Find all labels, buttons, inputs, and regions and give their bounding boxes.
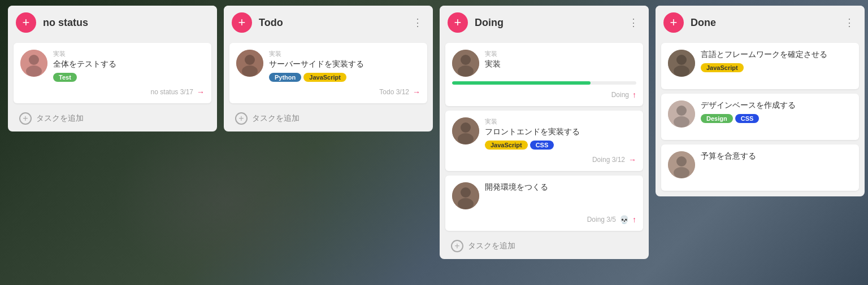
arrow-icon-card-2: → [413, 87, 420, 97]
add-task-label-no-status: タスクを追加 [36, 113, 84, 124]
card-footer-text-card-3: Doing [611, 91, 629, 99]
card-info-card-4: 実装フロントエンドを実装するJavaScriptCSS [485, 117, 636, 150]
avatar-card-1 [20, 50, 47, 77]
card-tags-card-1: Test [53, 73, 205, 82]
column-title-doing: Doing [475, 17, 626, 29]
tag-design: Design [701, 114, 733, 123]
add-column-button-todo[interactable]: + [232, 12, 252, 33]
column-title-done: Done [691, 17, 842, 29]
card-footer-card-3: Doing↑ [452, 90, 636, 99]
more-button-done[interactable]: ⋮ [842, 14, 857, 31]
column-done: +Done⋮ 言語とフレームワークを確定させるJavaScript デザインベー… [656, 6, 865, 196]
card-footer-text-card-5: Doing 3/5 [587, 216, 616, 223]
card-card-3[interactable]: 実装実装Doing↑ [445, 43, 643, 106]
more-button-todo[interactable]: ⋮ [410, 14, 425, 31]
tag-python: Python [269, 73, 301, 82]
column-body-no-status: 実装全体をテストするTestno status 3/17→+タスクを追加 [8, 40, 217, 131]
avatar-card-6 [668, 50, 695, 77]
tag-javascript: JavaScript [701, 63, 744, 72]
card-footer-text-card-4: Doing 3/12 [592, 156, 625, 164]
card-title-card-6: 言語とフレームワークを確定させる [701, 50, 852, 60]
column-body-doing: 実装実装Doing↑ 実装フロントエンドを実装するJavaScriptCSSDo… [440, 40, 649, 259]
svg-point-10 [461, 122, 471, 133]
svg-point-7 [461, 55, 471, 65]
column-title-todo: Todo [259, 17, 410, 29]
tag-css: CSS [530, 141, 554, 150]
svg-point-8 [458, 65, 474, 77]
svg-point-14 [458, 198, 474, 209]
skull-icon-card-5: 💀 [619, 215, 629, 224]
card-info-card-8: 予算を合意する [701, 151, 852, 165]
card-top-card-7: デザインベースを作成するDesignCSS [668, 100, 852, 128]
column-header-no-status: +no status [8, 6, 217, 40]
add-task-label-doing: タスクを追加 [468, 241, 515, 251]
card-category-card-1: 実装 [53, 50, 205, 58]
svg-point-1 [29, 55, 39, 65]
more-button-doing[interactable]: ⋮ [626, 14, 641, 31]
card-info-card-1: 実装全体をテストするTest [53, 50, 205, 82]
column-doing: +Doing⋮ 実装実装Doing↑ 実装フロントエンドを実装するJavaScr… [440, 6, 649, 259]
card-tags-card-7: DesignCSS [701, 114, 852, 123]
card-card-8[interactable]: 予算を合意する [661, 144, 859, 191]
card-footer-card-1: no status 3/17→ [20, 87, 205, 97]
card-footer-card-2: Todo 3/12→ [236, 87, 420, 97]
card-title-card-1: 全体をテストする [53, 59, 205, 69]
svg-point-2 [26, 65, 42, 77]
card-top-card-6: 言語とフレームワークを確定させるJavaScript [668, 50, 852, 77]
add-column-button-no-status[interactable]: + [16, 12, 36, 33]
progress-bar-container-card-3 [452, 81, 636, 85]
column-body-done: 言語とフレームワークを確定させるJavaScript デザインベースを作成するD… [656, 40, 865, 196]
card-card-5[interactable]: 開発環境をつくるDoing 3/5💀↑ [445, 176, 643, 231]
card-footer-card-5: Doing 3/5💀↑ [452, 215, 636, 224]
card-title-card-8: 予算を合意する [701, 151, 852, 161]
card-tags-card-4: JavaScriptCSS [485, 141, 636, 150]
svg-point-13 [461, 187, 471, 198]
up-icon-card-5: ↑ [632, 215, 636, 224]
progress-bar-fill-card-3 [452, 81, 591, 85]
card-footer-card-4: Doing 3/12→ [452, 155, 636, 164]
add-task-no-status[interactable]: +タスクを追加 [14, 108, 211, 126]
column-header-todo: +Todo⋮ [224, 6, 433, 40]
card-title-card-5: 開発環境をつくる [485, 182, 636, 192]
arrow-icon-card-4: → [628, 155, 636, 164]
column-title-no-status: no status [43, 17, 209, 29]
card-card-7[interactable]: デザインベースを作成するDesignCSS [661, 94, 859, 140]
add-column-button-doing[interactable]: + [448, 12, 468, 33]
add-task-doing[interactable]: +タスクを追加 [445, 235, 643, 253]
card-info-card-3: 実装実装 [485, 50, 636, 73]
board: +no status 実装全体をテストするTestno status 3/17→… [0, 0, 868, 285]
column-todo: +Todo⋮ 実装サーバーサイドを実装するPythonJavaScriptTod… [224, 6, 433, 131]
card-top-card-3: 実装実装 [452, 50, 636, 77]
add-task-icon-doing: + [451, 240, 463, 252]
card-card-2[interactable]: 実装サーバーサイドを実装するPythonJavaScriptTodo 3/12→ [229, 43, 427, 103]
card-top-card-1: 実装全体をテストするTest [20, 50, 205, 82]
svg-point-22 [676, 156, 687, 166]
svg-point-11 [458, 133, 474, 144]
add-task-todo[interactable]: +タスクを追加 [229, 108, 427, 126]
tag-javascript: JavaScript [303, 73, 346, 82]
avatar-card-2 [236, 50, 263, 77]
svg-point-19 [676, 106, 687, 116]
add-task-label-todo: タスクを追加 [252, 113, 300, 124]
card-card-6[interactable]: 言語とフレームワークを確定させるJavaScript [661, 43, 859, 89]
column-body-todo: 実装サーバーサイドを実装するPythonJavaScriptTodo 3/12→… [224, 40, 433, 131]
svg-point-16 [676, 55, 687, 65]
card-footer-text-card-2: Todo 3/12 [379, 88, 409, 96]
card-category-card-3: 実装 [485, 50, 636, 58]
card-title-card-2: サーバーサイドを実装する [269, 59, 420, 69]
add-column-button-done[interactable]: + [663, 12, 684, 33]
add-task-icon-no-status: + [19, 112, 32, 125]
column-header-doing: +Doing⋮ [440, 6, 649, 40]
svg-point-4 [245, 55, 255, 65]
add-task-icon-todo: + [235, 112, 248, 125]
card-category-card-4: 実装 [485, 117, 636, 126]
card-top-card-4: 実装フロントエンドを実装するJavaScriptCSS [452, 117, 636, 150]
card-top-card-8: 予算を合意する [668, 151, 852, 178]
avatar-card-7 [668, 100, 695, 128]
card-card-1[interactable]: 実装全体をテストするTestno status 3/17→ [14, 43, 211, 103]
arrow-icon-card-1: → [197, 87, 205, 97]
svg-point-17 [674, 65, 689, 77]
card-info-card-5: 開発環境をつくる [485, 182, 636, 196]
avatar-card-3 [452, 50, 479, 77]
card-card-4[interactable]: 実装フロントエンドを実装するJavaScriptCSSDoing 3/12→ [445, 111, 643, 171]
